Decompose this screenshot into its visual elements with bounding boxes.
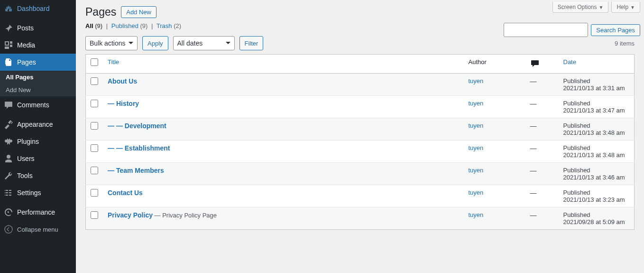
help-tab[interactable]: Help▼	[611, 2, 640, 13]
plugins-icon	[4, 137, 13, 146]
sidebar-label: Tools	[17, 172, 33, 179]
date-cell: Published2021/10/13 at 3:48 am	[559, 118, 635, 141]
page-title-link[interactable]: About Us	[108, 77, 137, 85]
sidebar-item-comments[interactable]: Comments	[0, 96, 76, 113]
page-title-link[interactable]: — — Establishment	[108, 144, 170, 152]
page-title-link[interactable]: — Team Members	[108, 167, 164, 174]
page-title: Pages	[85, 6, 116, 19]
search-pages-button[interactable]: Search Pages	[591, 24, 640, 36]
submenu-all-pages[interactable]: All Pages	[0, 71, 76, 84]
author-link[interactable]: tuyen	[469, 122, 484, 129]
collapse-menu[interactable]: Collapse menu	[0, 221, 76, 238]
svg-point-0	[5, 226, 12, 233]
date-cell: Published2021/10/13 at 3:23 am	[559, 185, 635, 207]
table-row: — Team Members tuyen — Published2021/10/…	[86, 163, 635, 185]
sidebar-label: Posts	[17, 24, 34, 32]
comments-icon	[4, 100, 13, 110]
sidebar-item-media[interactable]: Media	[0, 37, 76, 54]
table-row: — History tuyen — Published2021/10/13 at…	[86, 96, 635, 118]
date-cell: Published2021/10/13 at 3:48 am	[559, 141, 635, 163]
author-link[interactable]: tuyen	[469, 189, 484, 196]
sidebar-label: Plugins	[17, 138, 39, 145]
filter-button[interactable]: Filter	[239, 36, 264, 50]
column-date[interactable]: Date	[559, 55, 635, 74]
search-input[interactable]	[504, 23, 588, 37]
appearance-icon	[4, 120, 13, 129]
tools-icon	[4, 171, 13, 180]
sidebar-label: Comments	[17, 101, 49, 109]
sidebar-item-users[interactable]: Users	[0, 150, 76, 167]
collapse-icon	[4, 225, 13, 234]
comment-count: —	[525, 118, 559, 141]
author-link[interactable]: tuyen	[469, 144, 484, 151]
bulk-actions-select[interactable]: Bulk actions	[85, 36, 138, 50]
add-new-button[interactable]: Add New	[121, 6, 156, 18]
filter-published[interactable]: Published (9)	[111, 22, 148, 29]
apply-button[interactable]: Apply	[142, 36, 168, 50]
admin-sidebar: Dashboard Posts Media Pages All Pages Ad…	[0, 0, 76, 273]
comment-count: —	[525, 141, 559, 163]
row-checkbox[interactable]	[91, 144, 98, 152]
page-title-link[interactable]: Privacy Policy	[108, 211, 153, 219]
top-tabs: Screen Options▼ Help▼	[552, 2, 640, 13]
author-link[interactable]: tuyen	[469, 100, 484, 107]
author-link[interactable]: tuyen	[469, 77, 484, 85]
all-dates-select[interactable]: All dates	[173, 36, 235, 50]
table-row: Privacy Policy — Privacy Policy Page tuy…	[86, 207, 635, 230]
table-row: About Us tuyen — Published2021/10/13 at …	[86, 74, 635, 96]
row-checkbox[interactable]	[91, 100, 98, 107]
page-title-link[interactable]: — History	[108, 100, 139, 107]
settings-icon	[4, 188, 13, 198]
row-checkbox[interactable]	[91, 211, 98, 219]
comment-count: —	[525, 96, 559, 118]
dashboard-icon	[4, 4, 13, 13]
submenu-add-new[interactable]: Add New	[0, 84, 76, 96]
sidebar-submenu-pages: All Pages Add New	[0, 71, 76, 96]
sidebar-label: Settings	[17, 189, 41, 197]
date-cell: Published2021/09/28 at 5:09 am	[559, 207, 635, 230]
author-link[interactable]: tuyen	[469, 167, 484, 174]
column-title[interactable]: Title	[103, 55, 464, 74]
sidebar-item-performance[interactable]: Performance	[0, 204, 76, 221]
item-count: 9 items	[615, 40, 635, 47]
sidebar-item-tools[interactable]: Tools	[0, 167, 76, 184]
pages-table: Title Author Date About Us tuyen — Publi…	[85, 54, 635, 230]
comments-icon	[530, 58, 540, 68]
author-link[interactable]: tuyen	[469, 211, 484, 218]
media-icon	[4, 40, 13, 50]
sidebar-label: Performance	[17, 208, 55, 216]
sidebar-item-posts[interactable]: Posts	[0, 19, 76, 37]
select-all-checkbox[interactable]	[91, 58, 98, 66]
sidebar-item-dashboard[interactable]: Dashboard	[0, 0, 76, 17]
sidebar-item-settings[interactable]: Settings	[0, 184, 76, 201]
column-comments[interactable]	[525, 55, 559, 74]
filter-all[interactable]: All (9)	[85, 22, 102, 29]
search-area: Search Pages	[504, 23, 640, 37]
row-checkbox[interactable]	[91, 122, 98, 130]
sidebar-label: Users	[17, 155, 35, 162]
date-cell: Published2021/10/13 at 3:31 am	[559, 74, 635, 96]
sidebar-item-appearance[interactable]: Appearance	[0, 116, 76, 133]
comment-count: —	[525, 163, 559, 185]
comment-count: —	[525, 185, 559, 207]
page-title-suffix: — Privacy Policy Page	[153, 212, 217, 219]
row-checkbox[interactable]	[91, 77, 98, 85]
page-title-link[interactable]: Contact Us	[108, 189, 143, 197]
table-row: — — Development tuyen — Published2021/10…	[86, 118, 635, 141]
row-checkbox[interactable]	[91, 167, 98, 174]
column-author: Author	[464, 55, 525, 74]
filter-trash[interactable]: Trash (2)	[156, 22, 181, 29]
sidebar-item-plugins[interactable]: Plugins	[0, 133, 76, 150]
tablenav-top: Bulk actions Apply All dates Filter 9 it…	[76, 34, 644, 54]
sidebar-label: Appearance	[17, 121, 53, 128]
sidebar-item-pages[interactable]: Pages	[0, 54, 76, 71]
date-cell: Published2021/10/13 at 3:46 am	[559, 163, 635, 185]
performance-icon	[4, 207, 13, 217]
sidebar-label: Pages	[17, 58, 36, 66]
main-content: Screen Options▼ Help▼ Pages Add New All …	[76, 0, 644, 230]
page-title-link[interactable]: — — Development	[108, 122, 166, 130]
row-checkbox[interactable]	[91, 189, 98, 197]
pages-icon	[4, 57, 13, 67]
screen-options-tab[interactable]: Screen Options▼	[552, 2, 609, 13]
comment-count: —	[525, 207, 559, 230]
